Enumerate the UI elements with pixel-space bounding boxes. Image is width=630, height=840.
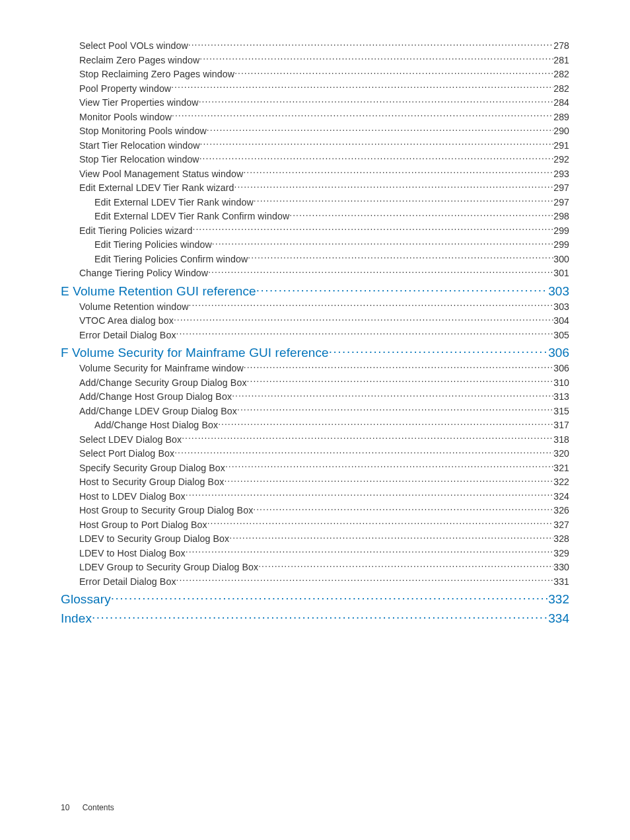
- toc-entry-label: Error Detail Dialog Box: [79, 576, 176, 589]
- toc-entry[interactable]: Edit External LDEV Tier Rank window297: [61, 195, 569, 210]
- toc-leader: [172, 110, 553, 120]
- toc-entry-page: 330: [553, 561, 569, 574]
- toc-entry-page: 281: [553, 54, 569, 67]
- toc-entry-label: View Tier Properties window: [79, 96, 199, 110]
- toc-entry[interactable]: Add/Change Host Dialog Box317: [61, 418, 569, 432]
- toc-entry[interactable]: Error Detail Dialog Box331: [61, 574, 569, 589]
- toc-entry[interactable]: Volume Retention window303: [61, 299, 569, 314]
- toc-entry[interactable]: F Volume Security for Mainframe GUI refe…: [61, 344, 569, 361]
- toc-entry-label: Host to LDEV Dialog Box: [79, 490, 186, 504]
- toc-entry[interactable]: Host to Security Group Dialog Box322: [61, 475, 569, 489]
- toc-leader: [253, 503, 553, 514]
- toc-entry-label: Stop Tier Relocation window: [79, 153, 199, 167]
- toc-entry[interactable]: E Volume Retention GUI reference303: [61, 283, 569, 299]
- toc-entry[interactable]: LDEV to Security Group Dialog Box328: [61, 531, 569, 546]
- toc-entry[interactable]: LDEV to Host Dialog Box329: [61, 546, 569, 560]
- toc-entry-label: Reclaim Zero Pages window: [79, 54, 199, 67]
- toc-entry[interactable]: Glossary332: [61, 591, 569, 607]
- toc-entry-page: 293: [553, 168, 569, 181]
- toc-entry[interactable]: Edit External LDEV Tier Rank wizard297: [61, 180, 569, 195]
- toc-entry-label: View Pool Management Status window: [79, 168, 243, 181]
- toc-entry[interactable]: Edit Tiering Policies Confirm window300: [61, 252, 569, 266]
- toc-entry-page: 300: [553, 253, 569, 266]
- toc-entry-label: Change Tiering Policy Window: [79, 267, 208, 280]
- toc-entry-label: Edit External LDEV Tier Rank window: [94, 196, 254, 210]
- toc-entry-label: Host Group to Port Dialog Box: [79, 519, 207, 532]
- toc-entry[interactable]: Host Group to Port Dialog Box327: [61, 517, 569, 532]
- toc-entry[interactable]: Host to LDEV Dialog Box324: [61, 489, 569, 504]
- toc-entry-label: Add/Change Host Dialog Box: [94, 419, 218, 432]
- toc-entry-page: 278: [553, 40, 569, 53]
- toc-leader: [237, 404, 553, 414]
- toc-entry-page: 303: [553, 301, 569, 314]
- toc-leader: [329, 346, 549, 357]
- toc-entry-label: Select LDEV Dialog Box: [79, 434, 182, 447]
- toc-entry[interactable]: Edit Tiering Policies window299: [61, 237, 569, 252]
- toc-entry-page: 291: [553, 139, 569, 153]
- toc-entry-page: 313: [553, 391, 569, 404]
- toc-entry-label: Add/Change Security Group Dialog Box: [79, 377, 247, 390]
- toc-entry[interactable]: Change Tiering Policy Window301: [61, 266, 569, 280]
- toc-entry[interactable]: Pool Property window282: [61, 81, 569, 96]
- toc-entry-label: F Volume Security for Mainframe GUI refe…: [61, 344, 329, 361]
- toc-entry-page: 298: [553, 210, 569, 223]
- toc-entry-page: 321: [553, 462, 569, 475]
- toc-leader: [199, 53, 553, 63]
- toc-entry-label: E Volume Retention GUI reference: [61, 283, 256, 299]
- toc-leader: [174, 446, 553, 457]
- toc-leader: [193, 223, 554, 234]
- toc-entry-label: LDEV to Host Dialog Box: [79, 547, 186, 560]
- toc-entry-label: Add/Change LDEV Group Dialog Box: [79, 405, 237, 418]
- toc-leader: [208, 266, 553, 276]
- toc-entry[interactable]: Stop Tier Relocation window292: [61, 152, 569, 167]
- toc-leader: [258, 560, 553, 570]
- table-of-contents: Select Pool VOLs window278Reclaim Zero P…: [61, 38, 569, 627]
- toc-entry-label: Stop Reclaiming Zero Pages window: [79, 68, 234, 81]
- toc-entry[interactable]: VTOC Area dialog box304: [61, 313, 569, 328]
- toc-entry-page: 328: [553, 533, 569, 546]
- toc-entry[interactable]: Start Tier Relocation window291: [61, 138, 569, 153]
- toc-entry-label: Edit Tiering Policies wizard: [79, 225, 193, 238]
- toc-entry[interactable]: Specify Security Group Dialog Box321: [61, 461, 569, 475]
- toc-entry-page: 284: [553, 96, 569, 110]
- toc-entry-label: Start Tier Relocation window: [79, 139, 200, 153]
- toc-entry[interactable]: Error Detail Dialog Box305: [61, 328, 569, 342]
- toc-entry[interactable]: Reclaim Zero Pages window281: [61, 53, 569, 67]
- toc-entry[interactable]: Index334: [61, 610, 569, 627]
- toc-entry-label: Pool Property window: [79, 83, 171, 96]
- toc-entry[interactable]: Add/Change Security Group Dialog Box310: [61, 375, 569, 390]
- toc-entry-page: 334: [548, 610, 569, 627]
- toc-entry-page: 304: [553, 315, 569, 328]
- toc-entry-page: 292: [553, 153, 569, 167]
- toc-leader: [92, 612, 548, 623]
- toc-leader: [224, 475, 553, 485]
- toc-entry-page: 297: [553, 196, 569, 210]
- toc-entry[interactable]: Volume Security for Mainframe window306: [61, 361, 569, 375]
- toc-leader: [289, 209, 553, 219]
- toc-entry[interactable]: Select Pool VOLs window278: [61, 38, 569, 53]
- toc-entry[interactable]: Add/Change LDEV Group Dialog Box315: [61, 404, 569, 418]
- toc-entry-page: 299: [553, 225, 569, 238]
- toc-entry[interactable]: Edit External LDEV Tier Rank Confirm win…: [61, 209, 569, 223]
- toc-leader: [186, 546, 554, 556]
- toc-entry[interactable]: Add/Change Host Group Dialog Box313: [61, 389, 569, 404]
- toc-entry[interactable]: Host Group to Security Group Dialog Box3…: [61, 503, 569, 517]
- toc-entry[interactable]: Monitor Pools window289: [61, 110, 569, 124]
- toc-entry-label: Index: [61, 610, 92, 627]
- toc-entry[interactable]: Edit Tiering Policies wizard299: [61, 223, 569, 238]
- toc-entry[interactable]: Stop Reclaiming Zero Pages window282: [61, 67, 569, 81]
- toc-entry-label: Edit Tiering Policies window: [94, 239, 212, 252]
- toc-entry-page: 299: [553, 239, 569, 252]
- toc-entry[interactable]: Stop Monitoring Pools window290: [61, 124, 569, 138]
- toc-entry-label: Edit External LDEV Tier Rank wizard: [79, 182, 234, 195]
- toc-leader: [234, 180, 554, 191]
- toc-entry[interactable]: View Tier Properties window284: [61, 95, 569, 110]
- toc-entry[interactable]: LDEV Group to Security Group Dialog Box3…: [61, 560, 569, 574]
- toc-entry[interactable]: Select Port Dialog Box320: [61, 446, 569, 461]
- toc-leader: [199, 95, 554, 106]
- toc-entry[interactable]: View Pool Management Status window293: [61, 167, 569, 181]
- toc-entry-page: 301: [553, 267, 569, 280]
- toc-entry-label: Select Pool VOLs window: [79, 40, 188, 53]
- toc-entry[interactable]: Select LDEV Dialog Box318: [61, 432, 569, 447]
- toc-entry-page: 317: [553, 419, 569, 432]
